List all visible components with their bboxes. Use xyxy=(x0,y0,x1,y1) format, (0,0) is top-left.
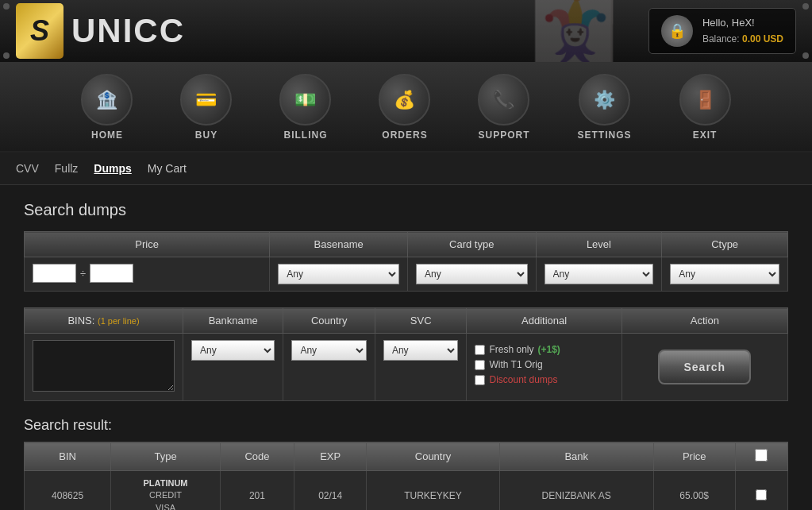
col-basename: Basename xyxy=(270,232,408,257)
nav-home[interactable]: 🏦 HOME xyxy=(57,68,156,147)
nav-settings-label: SETTINGS xyxy=(578,129,632,141)
user-greeting: Hello, HeX! xyxy=(702,15,783,32)
result-col-select xyxy=(735,442,787,471)
col-svc: SVC xyxy=(375,308,467,334)
with-t1-checkbox[interactable] xyxy=(475,360,485,370)
bins-textarea[interactable] xyxy=(33,340,175,392)
col-level: Level xyxy=(536,232,662,257)
result-bin-1: 408625 xyxy=(25,471,111,511)
ctype-select[interactable]: Any xyxy=(670,264,779,284)
fresh-price-text: (+1$) xyxy=(538,344,560,355)
col-country: Country xyxy=(283,308,375,334)
price-min-input[interactable] xyxy=(33,264,76,283)
result-col-price: Price xyxy=(653,442,735,471)
ctype-cell: Any xyxy=(662,257,788,292)
nav-billing-label: BILLING xyxy=(283,129,327,141)
nav-settings[interactable]: ⚙️ SETTINGS xyxy=(554,68,656,147)
search-form: Price Basename Card type Level Ctype ÷ xyxy=(24,231,788,292)
with-t1-text: With T1 Orig xyxy=(489,359,542,370)
nav-billing[interactable]: 💵 BILLING xyxy=(256,68,355,147)
col-cardtype: Card type xyxy=(407,232,536,257)
price-max-input[interactable] xyxy=(90,264,133,283)
country-select[interactable]: Any xyxy=(291,340,367,361)
logo-name: UNICC xyxy=(71,12,185,50)
lock-icon: 🔒 xyxy=(661,15,693,47)
bins-cell xyxy=(25,334,183,401)
level-cell: Any xyxy=(536,257,662,292)
cardtype-select[interactable]: Any xyxy=(416,264,528,284)
main-content: Search dumps Price Basename Card type Le… xyxy=(0,185,812,510)
user-info-box: 🔒 Hello, HeX! Balance: 0.00 USD xyxy=(648,8,796,54)
bins-hint: (1 per line) xyxy=(98,316,140,326)
exit-icon: 🚪 xyxy=(679,74,731,126)
basename-cell: Any xyxy=(270,257,408,292)
basename-select[interactable]: Any xyxy=(278,264,399,284)
billing-icon: 💵 xyxy=(279,74,331,126)
result-col-type: Type xyxy=(111,442,221,471)
nav-bar: 🏦 HOME 💳 BUY 💵 BILLING 💰 ORDERS 📞 SUPPOR… xyxy=(0,64,812,153)
country-cell: Any xyxy=(283,334,375,401)
settings-icon: ⚙️ xyxy=(579,74,630,126)
bankname-select[interactable]: Any xyxy=(191,340,275,361)
col-bins: BINS: (1 per line) xyxy=(25,308,183,334)
result-col-country: Country xyxy=(367,442,500,471)
subnav-dumps[interactable]: Dumps xyxy=(94,162,131,175)
with-t1-label[interactable]: With T1 Orig xyxy=(475,359,613,370)
user-balance: Balance: 0.00 USD xyxy=(702,32,783,47)
price-inputs: ÷ xyxy=(33,264,261,283)
logo-icon: S xyxy=(16,3,63,59)
col-additional: Additional xyxy=(467,308,622,334)
nav-orders-label: ORDERS xyxy=(382,129,427,141)
user-text: Hello, HeX! Balance: 0.00 USD xyxy=(702,15,783,47)
cardtype-cell: Any xyxy=(407,257,536,292)
sub-nav: CVV Fullz Dumps My Cart xyxy=(0,153,812,185)
svc-select[interactable]: Any xyxy=(383,340,459,361)
subnav-cvv[interactable]: CVV xyxy=(16,162,39,175)
table-row: 408625 PLATINUM CREDIT VISA 201 02/14 TU… xyxy=(25,471,788,511)
result-col-bin: BIN xyxy=(25,442,111,471)
nav-exit[interactable]: 🚪 EXIT xyxy=(656,68,755,147)
search-title: Search dumps xyxy=(24,201,788,219)
result-col-exp: EXP xyxy=(294,442,367,471)
result-type-1: PLATINUM CREDIT VISA xyxy=(111,471,221,511)
fresh-only-text: Fresh only xyxy=(489,344,533,355)
result-bank-1: DENIZBANK AS xyxy=(499,471,653,511)
home-icon: 🏦 xyxy=(81,74,133,126)
nav-buy-label: BUY xyxy=(195,129,217,141)
result-col-code: Code xyxy=(220,442,294,471)
additional-cell: Fresh only (+1$) With T1 Orig Discount d… xyxy=(467,334,622,401)
subnav-mycart[interactable]: My Cart xyxy=(148,162,187,175)
buy-icon: 💳 xyxy=(180,74,232,126)
row-checkbox-1[interactable] xyxy=(756,489,767,500)
header: S UNICC 🃏 🔒 Hello, HeX! Balance: 0.00 US… xyxy=(0,0,812,64)
discount-checkbox[interactable] xyxy=(475,375,485,385)
select-all-checkbox[interactable] xyxy=(755,449,768,462)
price-cell: ÷ xyxy=(25,257,270,292)
nav-buy[interactable]: 💳 BUY xyxy=(156,68,256,147)
result-check-1 xyxy=(735,471,787,511)
fresh-only-label[interactable]: Fresh only (+1$) xyxy=(475,344,613,355)
search-form-2: BINS: (1 per line) Bankname Country SVC … xyxy=(24,307,788,401)
col-price: Price xyxy=(25,232,270,257)
col-action: Action xyxy=(622,308,787,334)
discount-label[interactable]: Discount dumps xyxy=(475,374,613,385)
discount-text: Discount dumps xyxy=(489,374,557,385)
bankname-cell: Any xyxy=(183,334,283,401)
subnav-fullz[interactable]: Fullz xyxy=(55,162,79,175)
nav-orders[interactable]: 💰 ORDERS xyxy=(355,68,454,147)
nav-support[interactable]: 📞 SUPPORT xyxy=(454,68,553,147)
col-ctype: Ctype xyxy=(662,232,788,257)
orders-icon: 💰 xyxy=(379,74,430,126)
result-exp-1: 02/14 xyxy=(294,471,367,511)
search-button[interactable]: Search xyxy=(658,350,751,384)
logo-area: S UNICC xyxy=(16,3,185,59)
balance-amount: 0.00 USD xyxy=(742,33,783,44)
col-bankname: Bankname xyxy=(183,308,283,334)
fresh-only-checkbox[interactable] xyxy=(475,345,485,355)
result-col-bank: Bank xyxy=(499,442,653,471)
additional-checks: Fresh only (+1$) With T1 Orig Discount d… xyxy=(475,340,613,389)
level-select[interactable]: Any xyxy=(545,264,654,284)
action-cell: Search xyxy=(622,334,787,401)
result-code-1: 201 xyxy=(220,471,294,511)
results-title: Search result: xyxy=(24,417,788,434)
